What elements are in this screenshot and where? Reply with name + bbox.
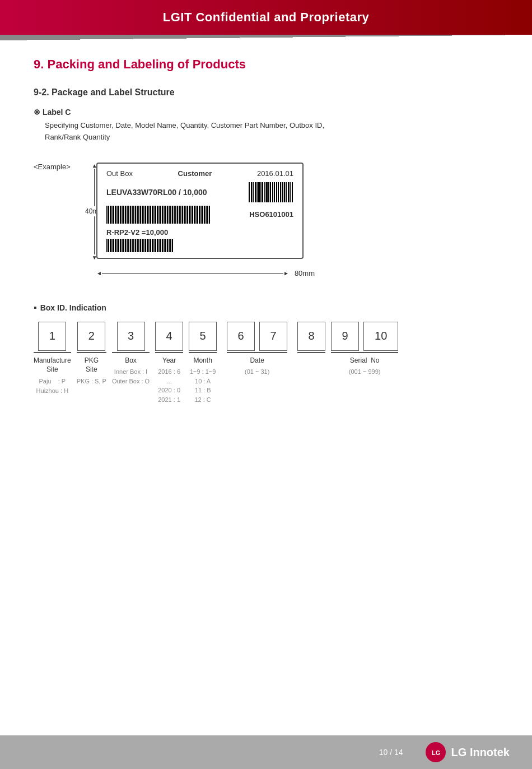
example-tag: <Example>	[34, 163, 71, 171]
bid-group-910: 9 10 Serial No (001 ~ 999)	[331, 322, 398, 377]
bid-cell-3: 3	[117, 322, 145, 351]
bid-group-1: 1 ManufactureSite Paju : PHuizhou : H	[34, 322, 71, 396]
bid-group-67: 6 7 Date (01 ~ 31)	[227, 322, 287, 377]
bid-desc-1: Paju : PHuizhou : H	[36, 377, 68, 395]
box-id-section: Box ID. Indication 1 ManufactureSite Paj…	[34, 303, 498, 405]
bid-label-910: Serial No	[350, 356, 380, 365]
box-id-title: Box ID. Indication	[34, 303, 498, 313]
bid-cell-4: 4	[155, 322, 183, 351]
rank-text: R-RP2-V2 =10,000	[106, 228, 293, 237]
bid-label-3: Box	[125, 356, 137, 365]
bid-desc-5: 1~9 : 1~910 : A11 : B12 : C	[190, 367, 216, 404]
page-number: 10 / 14	[379, 748, 403, 757]
width-label: 80mm	[295, 269, 315, 277]
hso-code: HSO6101001	[249, 210, 293, 219]
bid-cell-6: 6	[227, 322, 255, 351]
label-description: Specifying Customer, Date, Model Name, Q…	[45, 120, 498, 143]
lg-logo-icon: LG	[426, 742, 446, 762]
bid-cell-8: 8	[297, 322, 325, 351]
bid-cell-9: 9	[331, 322, 359, 351]
bid-label-4: Year	[162, 356, 176, 365]
bid-group-3: 3 Box Inner Box : IOuter Box : O	[112, 322, 150, 386]
bid-group-2: 2 PKGSite PKG : S, P	[77, 322, 106, 386]
footer: 10 / 14 LG LG Innotek	[0, 735, 532, 769]
footer-logo: LG LG Innotek	[426, 742, 510, 762]
bid-label-8	[310, 356, 312, 365]
section-title: 9. Packing and Labeling of Products	[34, 57, 498, 72]
svg-text:LG: LG	[432, 749, 440, 756]
barcode-wide	[106, 206, 210, 224]
out-box-label: Out Box	[106, 169, 133, 178]
label-diagram: <Example> ▲ 40mm ▼ Out Box Customer 2016…	[34, 157, 498, 286]
model-number: LEUVA33W70RL00 / 10,000	[106, 188, 207, 197]
bid-group-5: 5 Month 1~9 : 1~910 : A11 : B12 : C	[189, 322, 217, 405]
label-box: Out Box Customer 2016.01.01 LEUVA33W70RL…	[96, 163, 315, 259]
bid-desc-2: PKG : S, P	[77, 377, 106, 386]
bid-label-67: Date	[250, 356, 264, 365]
bid-group-8: 8	[297, 322, 325, 377]
bid-desc-910: (001 ~ 999)	[349, 367, 381, 377]
header: LGIT Confidential and Proprietary	[0, 0, 532, 35]
bid-cell-7: 7	[259, 322, 287, 351]
barcode-short	[106, 239, 174, 252]
main-content: 9. Packing and Labeling of Products 9-2.…	[0, 35, 532, 449]
bid-label-2: PKGSite	[85, 356, 99, 375]
date-value: 2016.01.01	[257, 169, 293, 178]
bid-cell-1: 1	[38, 322, 66, 351]
bid-label-1: ManufactureSite	[34, 356, 71, 375]
footer-logo-text: LG Innotek	[451, 746, 510, 759]
header-title: LGIT Confidential and Proprietary	[163, 10, 370, 24]
bid-cell-5: 5	[189, 322, 217, 351]
bid-cell-10: 10	[363, 322, 398, 351]
box-id-grid: 1 ManufactureSite Paju : PHuizhou : H 2 …	[34, 322, 498, 405]
bid-desc-4: 2016 : 6...2020 : 02021 : 1	[158, 367, 180, 404]
bid-label-5: Month	[193, 356, 212, 365]
bid-cell-2: 2	[77, 322, 105, 351]
customer-label: Customer	[178, 169, 212, 178]
bid-desc-3: Inner Box : IOuter Box : O	[112, 367, 150, 386]
barcode-small	[249, 182, 293, 202]
subsection-title: 9-2. Package and Label Structure	[34, 87, 498, 98]
bid-group-4: 4 Year 2016 : 6...2020 : 02021 : 1	[155, 322, 183, 405]
bid-desc-67: (01 ~ 31)	[245, 367, 269, 377]
label-note: ※ Label C	[34, 108, 498, 117]
bid-desc-8	[311, 367, 312, 377]
